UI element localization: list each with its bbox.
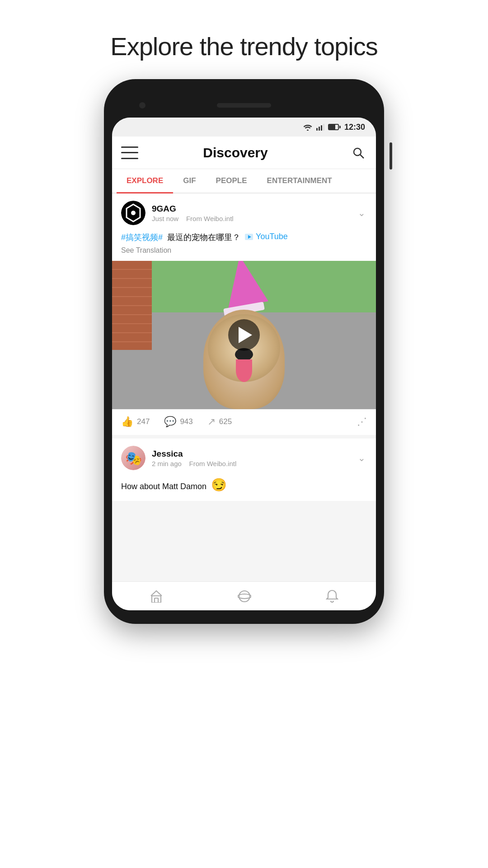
play-button[interactable] bbox=[228, 319, 260, 351]
app-header: Discovery bbox=[112, 137, 376, 169]
post-card-9gag: 9GAG Just now From Weibo.intl ⌄ #搞笑视频# 最… bbox=[112, 193, 376, 435]
nav-home[interactable] bbox=[141, 586, 172, 606]
svg-rect-11 bbox=[152, 596, 161, 603]
repost-count: 625 bbox=[219, 417, 232, 426]
status-bar: 12:30 bbox=[112, 118, 376, 137]
status-icons: 12:30 bbox=[303, 123, 365, 132]
see-translation-9gag[interactable]: See Translation bbox=[121, 246, 367, 255]
post-time-jessica: 2 min ago From Weibo.intl bbox=[152, 460, 356, 467]
post-meta-9gag: 9GAG Just now From Weibo.intl bbox=[152, 204, 356, 222]
dog-tongue bbox=[236, 359, 252, 382]
post-text-9gag: #搞笑视频# 最逗的宠物在哪里？ YouTube bbox=[121, 231, 367, 244]
search-button[interactable] bbox=[350, 144, 367, 161]
post-header-9gag: 9GAG Just now From Weibo.intl ⌄ bbox=[112, 193, 376, 231]
wifi-icon bbox=[303, 123, 313, 131]
brick-wall-bg bbox=[112, 261, 152, 350]
svg-rect-0 bbox=[316, 128, 318, 131]
post-header-jessica: 🎭 Jessica 2 min ago From Weibo.intl ⌄ bbox=[112, 439, 376, 476]
svg-rect-3 bbox=[323, 124, 324, 131]
comment-icon: 💬 bbox=[164, 416, 176, 428]
svg-rect-12 bbox=[155, 598, 158, 603]
tab-entertainment[interactable]: ENTERTAINMENT bbox=[257, 169, 342, 193]
signal-icon bbox=[316, 123, 324, 131]
home-icon bbox=[150, 590, 163, 603]
tab-explore[interactable]: EXPLORE bbox=[117, 169, 173, 193]
post-card-jessica: 🎭 Jessica 2 min ago From Weibo.intl ⌄ bbox=[112, 439, 376, 501]
phone-camera bbox=[139, 102, 145, 108]
search-icon bbox=[352, 146, 365, 160]
tab-gif[interactable]: GIF bbox=[173, 169, 206, 193]
battery-fill bbox=[329, 125, 335, 129]
share-icon: ⋰ bbox=[357, 416, 367, 428]
jessica-avatar-image: 🎭 bbox=[121, 446, 145, 470]
discovery-icon bbox=[238, 590, 251, 603]
page-title: Explore the trendy topics bbox=[0, 32, 488, 61]
post-time-9gag: Just now From Weibo.intl bbox=[152, 215, 356, 222]
svg-line-5 bbox=[360, 155, 364, 158]
repost-button[interactable]: ↗ 625 bbox=[207, 416, 232, 428]
svg-rect-2 bbox=[321, 125, 322, 131]
post-media-9gag[interactable] bbox=[112, 261, 376, 410]
svg-rect-1 bbox=[319, 127, 320, 131]
like-icon: 👍 bbox=[121, 416, 133, 428]
svg-point-14 bbox=[238, 594, 251, 599]
phone-screen: 12:30 Discovery EXPLORE bbox=[112, 118, 376, 610]
hashtag-9gag[interactable]: #搞笑视频# bbox=[121, 233, 163, 242]
comment-button[interactable]: 💬 943 bbox=[164, 416, 192, 428]
svg-point-4 bbox=[354, 148, 361, 156]
page-title-area: Explore the trendy topics bbox=[0, 0, 488, 79]
avatar-jessica: 🎭 bbox=[121, 446, 145, 470]
phone-frame: 12:30 Discovery EXPLORE bbox=[104, 79, 384, 624]
post-username-jessica: Jessica bbox=[152, 449, 356, 459]
tab-people[interactable]: PEOPLE bbox=[206, 169, 257, 193]
nav-discovery[interactable] bbox=[229, 586, 260, 607]
post-actions-9gag: 👍 247 💬 943 ↗ 625 ⋰ bbox=[112, 409, 376, 435]
bottom-nav bbox=[112, 581, 376, 610]
svg-point-8 bbox=[131, 211, 136, 215]
post-username-9gag: 9GAG bbox=[152, 204, 356, 214]
battery-icon bbox=[328, 124, 339, 130]
like-count: 247 bbox=[137, 417, 150, 426]
play-triangle-icon bbox=[239, 327, 252, 343]
repost-icon: ↗ bbox=[207, 416, 216, 428]
smirk-emoji: 😏 bbox=[211, 478, 227, 492]
app-title: Discovery bbox=[121, 145, 350, 160]
comment-count: 943 bbox=[180, 417, 192, 426]
post-chevron-9gag[interactable]: ⌄ bbox=[356, 208, 367, 218]
post-body-9gag: #搞笑视频# 最逗的宠物在哪里？ YouTube See Translation bbox=[112, 231, 376, 261]
bell-icon bbox=[326, 590, 338, 603]
like-button[interactable]: 👍 247 bbox=[121, 416, 150, 428]
party-hat-hat bbox=[220, 261, 268, 308]
svg-point-13 bbox=[239, 591, 250, 602]
volume-button bbox=[389, 142, 392, 170]
nav-notifications[interactable] bbox=[317, 586, 347, 607]
feed-content: 9GAG Just now From Weibo.intl ⌄ #搞笑视频# 最… bbox=[112, 193, 376, 581]
post-chevron-jessica[interactable]: ⌄ bbox=[356, 453, 367, 463]
phone-speaker bbox=[217, 103, 271, 108]
post-body-jessica: How about Matt Damon 😏 bbox=[112, 476, 376, 501]
status-time: 12:30 bbox=[344, 123, 365, 132]
tabs-bar: EXPLORE GIF PEOPLE ENTERTAINMENT bbox=[112, 169, 376, 193]
share-button[interactable]: ⋰ bbox=[357, 416, 367, 428]
video-icon bbox=[245, 234, 253, 240]
avatar-9gag bbox=[121, 201, 145, 225]
9gag-logo-icon bbox=[121, 201, 145, 225]
post-text-jessica: How about Matt Damon 😏 bbox=[121, 476, 367, 495]
youtube-link-9gag[interactable]: YouTube bbox=[245, 231, 288, 243]
post-meta-jessica: Jessica 2 min ago From Weibo.intl bbox=[152, 449, 356, 467]
phone-notch bbox=[112, 93, 376, 118]
